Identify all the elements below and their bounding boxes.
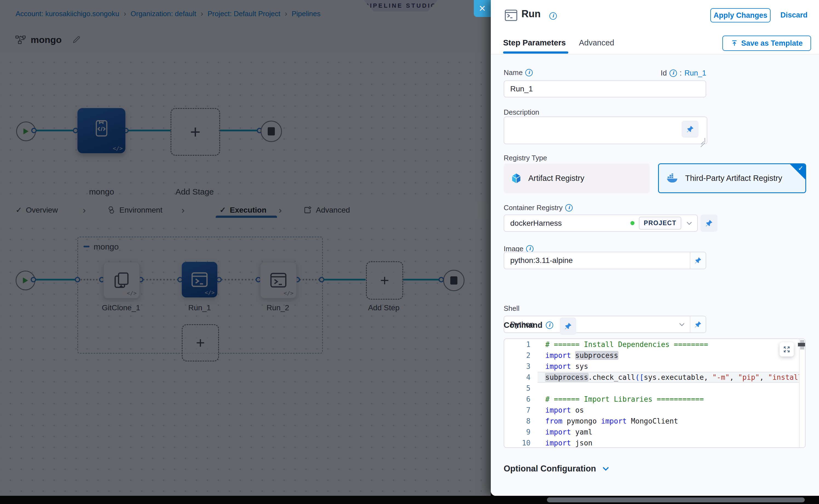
pin-runtime-input-button[interactable] <box>560 317 576 335</box>
pipeline-studio-screen: Account: kurosakiichigo.songoku › Organi… <box>0 0 819 504</box>
description-label: Description <box>504 108 539 117</box>
upload-icon <box>731 40 738 47</box>
code-line: 5 <box>504 383 805 394</box>
pipeline-studio-panel: Account: kurosakiichigo.songoku › Organi… <box>0 0 491 496</box>
drawer-tabs-bar: Step Parameters Advanced Save as Templat… <box>491 31 819 55</box>
info-icon[interactable]: i <box>565 204 573 212</box>
save-as-template-button[interactable]: Save as Template <box>722 36 811 51</box>
command-editor-lines: 1# ====== Install Dependencies ========2… <box>504 339 805 448</box>
code-line: 4subprocess.check_call([sys.executable, … <box>504 372 805 383</box>
modal-scrim[interactable] <box>0 0 491 496</box>
registry-option-label: Third-Party Artifact Registry <box>685 174 782 183</box>
registry-option-label: Artifact Registry <box>528 174 585 183</box>
scope-badge: PROJECT <box>639 217 681 230</box>
container-registry-label: Container Registry i <box>504 204 573 212</box>
chevron-down-icon <box>602 467 609 471</box>
pin-runtime-input-button[interactable] <box>690 252 706 269</box>
info-icon[interactable]: i <box>546 321 553 329</box>
chevron-down-icon[interactable] <box>681 221 697 225</box>
docker-icon <box>667 173 678 183</box>
name-input[interactable] <box>504 80 706 97</box>
pin-runtime-input-button[interactable] <box>690 316 706 332</box>
resize-handle[interactable] <box>700 138 705 142</box>
discard-button[interactable]: Discard <box>780 11 808 19</box>
horizontal-scrollbar-thumb[interactable] <box>547 497 805 502</box>
registry-type-label-text: Registry Type <box>504 154 547 162</box>
command-label: Command i <box>504 321 553 330</box>
tab-advanced-drawer[interactable]: Advanced <box>579 38 614 47</box>
id-row: Id i : Run_1 <box>661 69 706 77</box>
selected-check-corner: ✓ <box>790 164 806 180</box>
scrollbar-mark <box>798 343 806 346</box>
editor-scrollbar[interactable] <box>799 339 805 447</box>
code-line: 2import subprocess <box>504 350 805 361</box>
command-editor[interactable]: 1# ====== Install Dependencies ========2… <box>504 338 806 448</box>
registry-option-third-party[interactable]: Third-Party Artifact Registry ✓ <box>658 163 806 193</box>
description-textarea[interactable] <box>504 117 707 144</box>
code-line: 1# ====== Install Dependencies ======== <box>504 339 805 350</box>
drawer-title: Run <box>522 8 541 20</box>
horizontal-scrollbar[interactable] <box>0 496 819 504</box>
name-label: Name i <box>504 68 533 77</box>
container-registry-label-text: Container Registry <box>504 204 563 212</box>
name-label-text: Name <box>504 68 523 77</box>
pin-icon <box>686 125 694 133</box>
code-line: 7import os <box>504 405 805 416</box>
pin-icon <box>694 257 702 264</box>
pin-runtime-input-button[interactable] <box>682 121 699 138</box>
drawer-header: Run i Apply Changes Discard <box>491 0 819 31</box>
id-separator: : <box>680 69 682 77</box>
connector-status-dot <box>630 221 635 225</box>
description-label-text: Description <box>504 108 539 117</box>
save-as-template-label: Save as Template <box>741 39 803 48</box>
code-line: 10import json <box>504 438 805 448</box>
image-value: python:3.11-alpine <box>504 256 690 265</box>
expand-editor-button[interactable] <box>780 342 794 357</box>
image-input[interactable]: python:3.11-alpine <box>504 252 706 269</box>
expand-icon <box>783 346 791 353</box>
chevron-down-icon[interactable] <box>674 323 690 326</box>
registry-option-artifact-registry[interactable]: Artifact Registry <box>504 163 650 193</box>
info-icon[interactable]: i <box>525 69 533 76</box>
step-config-drawer: Run i Apply Changes Discard Step Paramet… <box>491 0 819 496</box>
code-line: 9import yaml <box>504 427 805 438</box>
pin-icon <box>705 219 713 227</box>
code-line: 8from pymongo import MongoClient <box>504 416 805 427</box>
info-icon[interactable]: i <box>549 12 557 20</box>
check-icon: ✓ <box>798 164 803 172</box>
pin-icon <box>694 321 702 328</box>
shell-label: Shell <box>504 304 520 313</box>
registry-type-label: Registry Type <box>504 154 547 162</box>
apply-changes-button[interactable]: Apply Changes <box>710 8 771 22</box>
optional-configuration-toggle[interactable]: Optional Configuration <box>504 464 609 474</box>
shell-label-text: Shell <box>504 304 520 313</box>
active-tab-underline <box>503 51 568 54</box>
pin-icon <box>564 322 572 330</box>
id-value: Run_1 <box>684 69 706 77</box>
code-line: 6# ====== Import Libraries =========== <box>504 394 805 405</box>
pin-runtime-input-button[interactable] <box>701 215 717 232</box>
code-line: 3import sys <box>504 361 805 372</box>
tab-step-parameters[interactable]: Step Parameters <box>503 38 566 47</box>
close-drawer-button[interactable]: ✕ <box>474 0 491 17</box>
command-label-text: Command <box>504 321 543 330</box>
info-icon[interactable]: i <box>670 69 677 77</box>
run-step-icon <box>505 9 518 22</box>
info-icon[interactable]: i <box>526 245 534 253</box>
optional-configuration-label: Optional Configuration <box>504 464 596 474</box>
id-label: Id <box>661 69 667 77</box>
artifact-registry-icon <box>511 173 521 184</box>
container-registry-value: dockerHarness <box>504 219 630 228</box>
container-registry-select[interactable]: dockerHarness PROJECT <box>504 215 698 232</box>
